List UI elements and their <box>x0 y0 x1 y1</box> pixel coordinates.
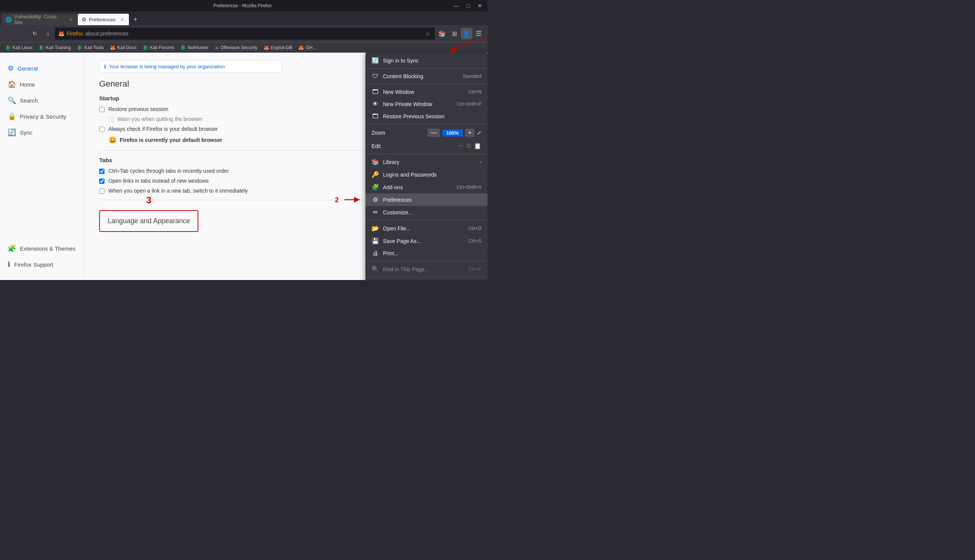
tab-close-preferences[interactable]: ✕ <box>119 17 125 23</box>
bookmark-offensive-security[interactable]: ⚔ Offensive Security <box>212 44 260 51</box>
menu-item-restore-session[interactable]: 🗔 Restore Previous Session <box>365 110 488 122</box>
save-page-shortcut: Ctrl+S <box>468 238 482 244</box>
support-icon: ℹ <box>8 260 10 268</box>
menu-item-open-file[interactable]: 📂 Open File... Ctrl+O <box>365 222 488 235</box>
bookmark-icon-kali-docs: 🦊 <box>110 45 116 50</box>
arrow-1-svg <box>445 39 476 54</box>
menu-item-customize[interactable]: ✏ Customize... <box>365 206 488 218</box>
tab-preferences[interactable]: ⚙ Preferences ✕ <box>78 14 129 25</box>
zoom-in-button[interactable]: + <box>465 128 475 137</box>
menu-item-addons[interactable]: 🧩 Add-ons Ctrl+Shift+A <box>365 181 488 193</box>
restore-session-checkbox[interactable] <box>99 107 105 112</box>
nav-bar: ← → ↻ ⌂ 🦊 Firefox about:preferences ☆ 📚 … <box>0 25 488 42</box>
home-button[interactable]: ⌂ <box>42 28 53 39</box>
profile-button[interactable]: 👤 <box>461 28 472 39</box>
switch-new-tab-checkbox[interactable] <box>99 188 105 194</box>
find-page-icon: 🔍 <box>372 265 379 273</box>
menu-label-open-file: Open File... <box>383 225 410 232</box>
window-title: Preferences - Mozilla Firefox <box>33 3 452 8</box>
menu-item-sign-in-sync[interactable]: 🔄 Sign in to Sync <box>365 54 488 67</box>
annotation-3: 3 <box>146 195 151 206</box>
reload-button[interactable]: ↻ <box>29 28 40 39</box>
sidebar-item-search[interactable]: 🔍 Search <box>0 92 83 108</box>
lang-appearance-title: Language and Appearance <box>108 217 190 225</box>
menu-item-logins[interactable]: 🔑 Logins and Passwords <box>365 168 488 181</box>
sidebar-label-extensions: Extensions & Themes <box>20 245 75 252</box>
cut-button[interactable]: ✂ <box>458 142 463 150</box>
print-icon: 🖨 <box>372 250 379 257</box>
menu-item-print[interactable]: 🖨 Print... <box>365 247 488 259</box>
sidebar-item-privacy[interactable]: 🔒 Privacy & Security <box>0 108 83 124</box>
new-tab-button[interactable]: + <box>130 14 141 25</box>
bookmark-star-button[interactable]: ☆ <box>424 29 432 38</box>
content-blocking-shortcut: Standard <box>463 73 482 79</box>
address-bar[interactable]: 🦊 Firefox about:preferences ☆ <box>55 27 435 40</box>
bookmark-gh[interactable]: 🦊 GH... <box>296 44 318 51</box>
tab-icon-vulnerability: 🌐 <box>5 17 12 23</box>
zoom-expand-button[interactable]: ⤢ <box>477 130 482 136</box>
menu-separator-2 <box>365 84 488 84</box>
menu-label-new-private-window: New Private Window <box>383 101 432 107</box>
menu-label-save-page: Save Page As... <box>383 238 421 244</box>
sidebar-item-support[interactable]: ℹ Firefox Support <box>0 257 83 272</box>
bookmark-icon-gh: 🦊 <box>298 45 304 50</box>
default-browser-checkbox[interactable] <box>99 127 105 132</box>
menu-item-new-private-window[interactable]: 👁 New Private Window Ctrl+Shift+P <box>365 98 488 110</box>
bookmark-kali-linux[interactable]: 🐉 Kali Linux <box>3 44 35 51</box>
menu-item-library[interactable]: 📚 Library › <box>365 156 488 168</box>
bookmark-kali-tools[interactable]: 🐉 Kali Tools <box>75 44 106 51</box>
menu-item-preferences[interactable]: ⚙ Preferences <box>365 193 488 206</box>
find-page-shortcut: Ctrl+F <box>469 267 482 272</box>
sidebar-item-extensions[interactable]: 🧩 Extensions & Themes <box>0 240 83 257</box>
managed-notice-text: Your browser is being managed by your or… <box>109 64 226 70</box>
ctrl-tab-label: Ctrl+Tab cycles through tabs in recently… <box>108 168 229 174</box>
sidebar-label-sync: Sync <box>20 129 32 136</box>
bookmark-exploit-db[interactable]: 🦊 Exploit-DB <box>261 44 295 51</box>
zoom-out-button[interactable]: — <box>428 128 440 137</box>
bookmark-icon-kali-training: 🐉 <box>38 45 44 50</box>
library-button[interactable]: 📚 <box>437 28 448 39</box>
sidebar-label-home: Home <box>20 81 35 88</box>
sidebar-item-sync[interactable]: 🔄 Sync <box>0 124 83 140</box>
extensions-icon: 🧩 <box>8 244 16 253</box>
bookmark-label-exploit-db: Exploit-DB <box>271 45 293 50</box>
menu-item-more[interactable]: ➕ More › <box>365 279 488 280</box>
edit-label: Edit <box>372 143 381 149</box>
ctrl-tab-checkbox[interactable] <box>99 168 105 174</box>
copy-button[interactable]: ⧉ <box>467 142 471 150</box>
warn-quitting-checkbox[interactable] <box>108 117 114 122</box>
tab-close-vulnerability[interactable]: ✕ <box>68 17 74 23</box>
menu-item-save-page[interactable]: 💾 Save Page As... Ctrl+S <box>365 235 488 247</box>
tab-vulnerability[interactable]: 🌐 Vulnerability: Cross Site ✕ <box>2 14 78 25</box>
edit-row: Edit ✂ ⧉ 📋 <box>365 140 488 152</box>
maximize-button[interactable]: □ <box>465 2 472 10</box>
bookmark-kali-forums[interactable]: 🐉 Kali Forums <box>140 44 177 51</box>
back-button[interactable]: ← <box>3 28 15 39</box>
bookmark-kali-docs[interactable]: 🦊 Kali Docs <box>108 44 139 51</box>
menu-label-content-blocking: Content Blocking <box>383 73 423 79</box>
open-links-tabs-checkbox[interactable] <box>99 178 105 184</box>
sidebar-item-general[interactable]: ⚙ General <box>0 60 83 76</box>
paste-button[interactable]: 📋 <box>474 142 482 150</box>
menu-item-content-blocking[interactable]: 🛡 Content Blocking Standard <box>365 70 488 82</box>
bookmark-kali-training[interactable]: 🐉 Kali Training <box>36 44 73 51</box>
new-window-icon: 🗔 <box>372 88 379 95</box>
menu-item-new-window[interactable]: 🗔 New Window Ctrl+N <box>365 86 488 98</box>
menu-label-addons: Add-ons <box>383 184 403 190</box>
menu-label-new-window: New Window <box>383 89 414 95</box>
bookmark-nethunter[interactable]: 🐉 NetHunter <box>178 44 211 51</box>
menu-item-find-page[interactable]: 🔍 Find in This Page... Ctrl+F <box>365 263 488 275</box>
dropdown-menu: 1 🔄 Sign in to Sync 🛡 Content B <box>365 53 488 280</box>
menu-separator-7 <box>365 277 488 277</box>
default-browser-label: Always check if Firefox is your default … <box>108 126 218 132</box>
close-button[interactable]: ✕ <box>475 2 485 10</box>
default-browser-text: Firefox is currently your default browse… <box>120 137 222 143</box>
sidebar-button[interactable]: ⊞ <box>448 28 460 39</box>
forward-button[interactable]: → <box>16 28 27 39</box>
address-url: about:preferences <box>85 30 128 37</box>
annotation-1: 1 <box>480 37 484 46</box>
sidebar-item-home[interactable]: 🏠 Home <box>0 76 83 92</box>
bookmark-label-kali-tools: Kali Tools <box>84 45 104 50</box>
save-page-icon: 💾 <box>372 237 379 245</box>
minimize-button[interactable]: — <box>452 2 462 10</box>
